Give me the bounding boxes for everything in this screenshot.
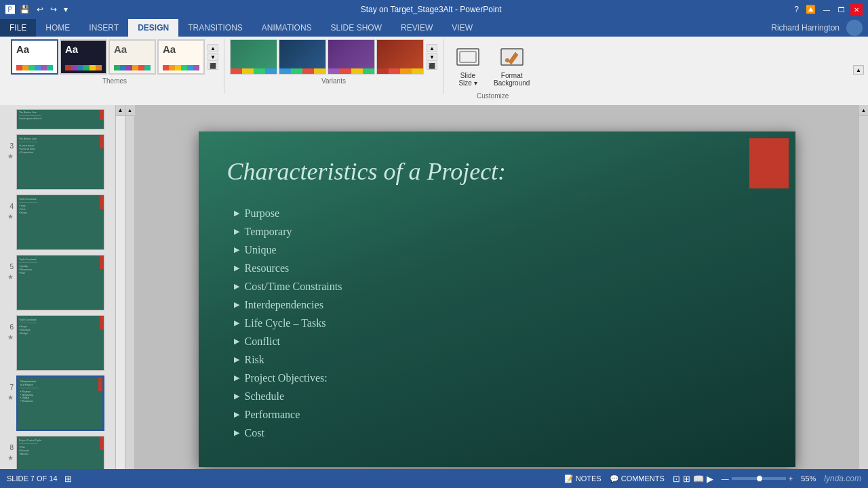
- view-reading[interactable]: 📖: [693, 474, 704, 484]
- panel-scroll-up[interactable]: ▲: [116, 105, 125, 116]
- bullet-arrow-13: ▶: [234, 428, 239, 437]
- bullet-temporary[interactable]: ▶ Temporary: [234, 226, 342, 238]
- ribbon-tabs: FILE HOME INSERT DESIGN TRANSITIONS ANIM…: [0, 19, 868, 37]
- canvas-scroll-right-up[interactable]: ▲: [859, 105, 869, 116]
- bullet-arrow-10: ▶: [234, 373, 239, 382]
- comments-button[interactable]: 💬 COMMENTS: [610, 474, 665, 483]
- bullet-text-13: Cost: [245, 427, 264, 439]
- zoom-out[interactable]: —: [722, 474, 729, 483]
- tab-design[interactable]: DESIGN: [128, 19, 178, 37]
- view-normal[interactable]: ⊡: [673, 474, 680, 484]
- variant-scroll-expand[interactable]: ⬛: [427, 62, 437, 70]
- slide-canvas[interactable]: Characteristics of a Project: ▶ Purpose …: [199, 131, 795, 467]
- bullet-schedule[interactable]: ▶ Schedule: [234, 390, 342, 403]
- bullet-arrow-2: ▶: [234, 227, 239, 236]
- slide-size-button[interactable]: SlideSize ▾: [452, 42, 484, 89]
- theme-1[interactable]: Aa: [11, 39, 58, 75]
- tab-review[interactable]: REVIEW: [391, 19, 442, 37]
- bullet-unique[interactable]: ▶ Unique: [234, 244, 342, 256]
- variant-1[interactable]: [230, 39, 277, 75]
- tab-transitions[interactable]: TRANSITIONS: [178, 19, 252, 37]
- slide-star-3: ★: [7, 152, 14, 160]
- bullet-cost[interactable]: ▶ Cost: [234, 427, 342, 439]
- lynda-watermark: lynda.com: [824, 474, 861, 483]
- slide-item-partial[interactable]: The Bottom Line─────────────Lorem ipsum …: [3, 108, 122, 131]
- help-btn[interactable]: ?: [792, 4, 801, 15]
- slide-title[interactable]: Characteristics of a Project:: [227, 157, 734, 186]
- minimize-btn[interactable]: —: [821, 4, 833, 15]
- main-area: ▲ ▼ The Bottom Line─────────────Lorem ip…: [0, 105, 868, 488]
- slide-num-4: 4: [9, 195, 14, 210]
- user-name[interactable]: Richard Harrington: [771, 23, 840, 33]
- bullet-conflict[interactable]: ▶ Conflict: [234, 336, 342, 348]
- bullet-objectives[interactable]: ▶ Project Objectives:: [234, 372, 342, 384]
- tab-animations[interactable]: ANIMATIONS: [252, 19, 321, 37]
- bullet-arrow-4: ▶: [234, 264, 239, 272]
- canvas-scroll-up[interactable]: ▲: [125, 105, 135, 116]
- slide-item-5[interactable]: 5 ★ Triple Constraint───────────• Qualit…: [3, 253, 122, 312]
- bullet-arrow-8: ▶: [234, 337, 239, 346]
- close-btn[interactable]: ✕: [850, 4, 863, 15]
- ribbon-collapse-arrow[interactable]: ▲: [853, 65, 864, 75]
- customize-qa-btn[interactable]: ▾: [62, 4, 70, 15]
- zoom-level[interactable]: 55%: [795, 474, 816, 483]
- bullet-lifecycle[interactable]: ▶ Life Cycle – Tasks: [234, 317, 342, 329]
- slide-item-6[interactable]: 6 ★ Triple Constraint───────────• Scope•…: [3, 314, 122, 372]
- slide-panel-toggle[interactable]: ⊞: [64, 474, 72, 484]
- tab-slideshow[interactable]: SLIDE SHOW: [321, 19, 391, 37]
- tab-file[interactable]: FILE: [0, 19, 36, 37]
- slide-count: SLIDE 7 OF 14: [7, 474, 58, 483]
- powerpoint-logo: 🅿: [5, 4, 15, 15]
- window-controls: ? 🔼 — 🗖 ✕: [792, 4, 863, 15]
- slide-bullets: ▶ Purpose ▶ Temporary ▶ Unique ▶ Resourc…: [234, 207, 342, 439]
- variant-scroll[interactable]: ▲ ▼ ⬛: [427, 44, 437, 70]
- variant-2[interactable]: [279, 39, 326, 75]
- variant-scroll-up[interactable]: ▲: [427, 44, 437, 52]
- tab-home[interactable]: HOME: [36, 19, 79, 37]
- slide-item-4[interactable]: 4 ★ Triple Constraint───────────• Time• …: [3, 193, 122, 251]
- notes-button[interactable]: 📝 NOTES: [564, 474, 601, 483]
- theme-scroll[interactable]: ▲ ▼ ⬛: [208, 44, 218, 70]
- bullet-resources[interactable]: ▶ Resources: [234, 262, 342, 274]
- window-title: Stay on Target_Stage3Alt - PowerPoint: [70, 5, 792, 14]
- svg-rect-1: [460, 52, 476, 62]
- theme-4[interactable]: Aa: [157, 39, 205, 75]
- zoom-slider[interactable]: [732, 477, 786, 480]
- view-presenter[interactable]: ▶: [707, 474, 713, 484]
- variants-section: ▲ ▼ ⬛ Variants: [224, 39, 443, 94]
- save-btn[interactable]: 💾: [18, 4, 32, 15]
- theme-scroll-down[interactable]: ▼: [208, 53, 218, 61]
- slide-item-7[interactable]: 7 ★ Characteristicsof a Project:────────…: [3, 374, 122, 432]
- panel-scrollbar: ▲ ▼: [115, 105, 125, 488]
- bullet-performance[interactable]: ▶ Performance: [234, 409, 342, 421]
- zoom-in[interactable]: +: [789, 474, 793, 483]
- tab-insert[interactable]: INSERT: [79, 19, 128, 37]
- variant-4[interactable]: [376, 39, 424, 75]
- theme-scroll-expand[interactable]: ⬛: [208, 62, 218, 70]
- view-slide-sorter[interactable]: ⊞: [683, 474, 690, 484]
- slide-star-5: ★: [7, 273, 14, 281]
- format-background-button[interactable]: FormatBackground: [490, 42, 534, 89]
- bullet-interdependencies[interactable]: ▶ Interdependencies: [234, 299, 342, 311]
- undo-btn[interactable]: ↩: [35, 4, 45, 15]
- theme-2[interactable]: Aa: [60, 39, 107, 75]
- bullet-text-12: Performance: [245, 409, 300, 421]
- theme-3[interactable]: Aa: [108, 39, 156, 75]
- ribbon-collapse-btn[interactable]: 🔼: [804, 4, 818, 15]
- comments-label: COMMENTS: [621, 474, 665, 483]
- bullet-costtime[interactable]: ▶ Cost/Time Constraints: [234, 281, 342, 293]
- slide-item-3[interactable]: 3 ★ The Bottom Line───────────• Lorem ip…: [3, 133, 122, 191]
- bullet-arrow-9: ▶: [234, 355, 239, 364]
- ribbon: FILE HOME INSERT DESIGN TRANSITIONS ANIM…: [0, 19, 868, 105]
- slide-panel: ▲ ▼ The Bottom Line─────────────Lorem ip…: [0, 105, 125, 488]
- redo-btn[interactable]: ↪: [48, 4, 59, 15]
- bullet-risk[interactable]: ▶ Risk: [234, 354, 342, 366]
- tab-view[interactable]: VIEW: [442, 19, 482, 37]
- variant-scroll-down[interactable]: ▼: [427, 53, 437, 61]
- bullet-text-8: Conflict: [245, 336, 280, 348]
- restore-btn[interactable]: 🗖: [835, 4, 848, 15]
- theme-scroll-up[interactable]: ▲: [208, 44, 218, 52]
- bullet-purpose[interactable]: ▶ Purpose: [234, 207, 342, 220]
- variant-3[interactable]: [328, 39, 375, 75]
- themes-content: Aa Aa: [11, 39, 218, 75]
